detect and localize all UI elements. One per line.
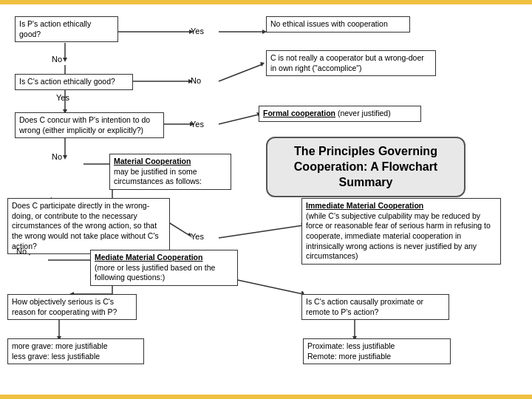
svg-marker-5 — [63, 58, 67, 62]
yes-label-2: Yes — [56, 93, 69, 102]
svg-marker-18 — [63, 155, 67, 160]
q4-text: Does C participate directly in the wrong… — [12, 201, 159, 250]
c-not-cooperator-text: C is not really a cooperator but a wrong… — [270, 53, 424, 72]
q6-box: Is C's action causally proximate or remo… — [301, 294, 449, 320]
q4-box: Does C participate directly in the wrong… — [7, 198, 170, 254]
no-label-2: No — [191, 76, 201, 85]
svg-line-26 — [219, 225, 303, 238]
mediate-mat-title: Mediate Material Cooperation — [95, 253, 233, 263]
q2-box: Is C's action ethically good? — [15, 74, 133, 90]
c-not-cooperator-box: C is not really a cooperator but a wrong… — [266, 50, 436, 76]
flowchart-container: Is P's action ethically good? Yes No eth… — [0, 0, 532, 399]
no-label-4: No — [16, 247, 27, 256]
material-coop-box: Material Cooperation may be justified in… — [109, 154, 231, 190]
immediate-mat-body: (while C's subjective culpability may be… — [306, 211, 497, 262]
q5-box: How objectively serious is C's reason fo… — [7, 294, 137, 320]
immediate-mat-title: Immediate Material Cooperation — [306, 201, 497, 211]
material-coop-body: may be justified in some circumstances a… — [114, 167, 227, 187]
formal-coop-box: Formal cooperation (never justified) — [259, 106, 421, 122]
q3-text: Does C concur with P's intention to do w… — [19, 115, 150, 134]
q6-text: Is C's action causally proximate or remo… — [306, 297, 423, 316]
formal-coop-rest: (never justified) — [335, 109, 391, 117]
q5-text: How objectively serious is C's reason fo… — [12, 297, 117, 316]
mediate-mat-box: Mediate Material Cooperation (more or le… — [90, 250, 238, 286]
q2-text: Is C's action ethically good? — [19, 77, 115, 86]
q1-text: Is P's action ethically good? — [19, 19, 91, 38]
q3-box: Does C concur with P's intention to do w… — [15, 112, 164, 138]
proximate-box: Proximate: less justifiableRemote: more … — [303, 338, 451, 364]
mediate-mat-body: (more or less justified based on the fol… — [95, 263, 233, 283]
yes-label-1: Yes — [191, 27, 204, 35]
svg-marker-10 — [260, 62, 265, 66]
svg-line-15 — [219, 115, 259, 124]
title-box: The Principles Governing Cooperation: A … — [266, 137, 466, 197]
material-coop-title: Material Cooperation — [114, 157, 227, 167]
proximate-text: Proximate: less justifiableRemote: more … — [307, 341, 395, 361]
no-label-3: No — [52, 152, 62, 161]
q1-box: Is P's action ethically good? — [15, 16, 118, 42]
yes-label-3: Yes — [191, 120, 204, 129]
immediate-mat-box: Immediate Material Cooperation (while C'… — [301, 198, 501, 265]
yes-label-4: Yes — [191, 232, 204, 241]
title-text: The Principles Governing Cooperation: A … — [294, 145, 437, 188]
svg-line-9 — [219, 64, 262, 81]
no-ethical-text: No ethical issues with cooperation — [270, 19, 388, 28]
more-grave-box: more grave: more justifiableless grave: … — [7, 338, 144, 364]
no-label-1: No — [52, 55, 62, 64]
more-grave-text: more grave: more justifiableless grave: … — [12, 341, 108, 361]
no-ethical-box: No ethical issues with cooperation — [266, 16, 410, 33]
formal-coop-bold: Formal cooperation — [263, 109, 335, 117]
